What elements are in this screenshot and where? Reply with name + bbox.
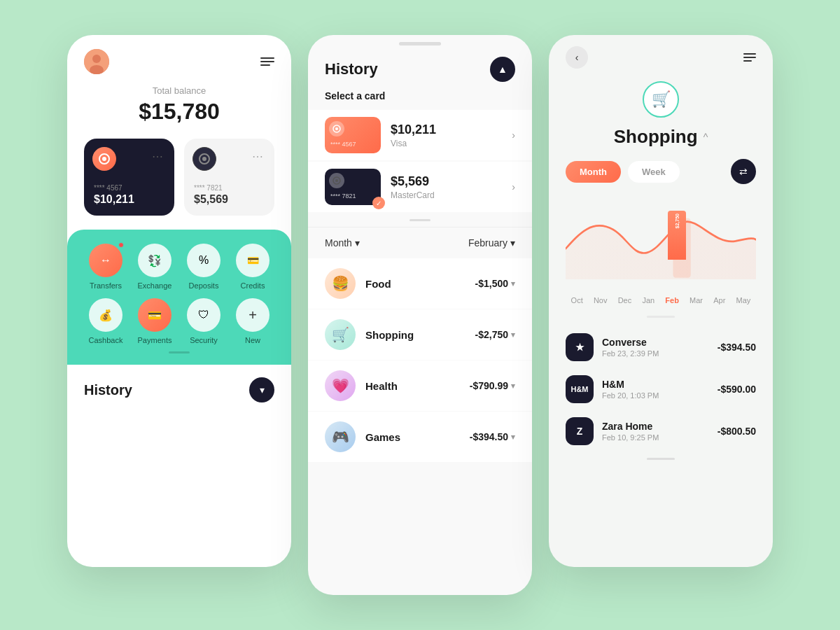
cards-row: ⋯ **** 4567 $10,211 ⋯ **** 7821 $5,569 — [67, 139, 291, 230]
transfers-label: Transfers — [90, 281, 122, 290]
shopping-label: Shopping — [365, 329, 465, 341]
card-1-amount: $10,211 — [94, 193, 164, 206]
new-icon: + — [236, 298, 270, 332]
tab-month[interactable]: Month — [566, 161, 621, 183]
exchange-button[interactable]: ⇄ — [731, 159, 756, 184]
action-new[interactable]: + New — [231, 298, 274, 344]
food-icon: 🍔 — [325, 268, 356, 299]
svg-point-1 — [92, 55, 101, 63]
visa-amount: $10,211 — [391, 122, 502, 137]
security-icon: 🛡 — [187, 298, 220, 332]
select-card-label: Select a card — [308, 90, 532, 110]
visa-card-icon — [329, 121, 344, 136]
tab-row: Month Week ⇄ — [549, 159, 773, 195]
history-collapse-button[interactable]: ▲ — [490, 57, 515, 82]
month-filter-button[interactable]: Month ▾ — [325, 237, 360, 248]
transaction-hm[interactable]: H&M H&M Feb 20, 1:03 PM -$590.00 — [549, 368, 773, 410]
mastercard-amount: $5,569 — [391, 174, 502, 189]
phone3-header: ‹ — [549, 35, 773, 74]
card-1-icon — [92, 147, 116, 171]
food-label: Food — [365, 278, 465, 290]
actions-grid-row1: ↔ Transfers 💱 Exchange % Deposits — [84, 244, 274, 290]
transaction-converse[interactable]: ★ Converse Feb 23, 2:39 PM -$394.50 — [549, 326, 773, 368]
food-amount: -$1,500 ▾ — [475, 278, 515, 289]
games-amount: -$394.50 ▾ — [470, 431, 515, 442]
phone3-menu-icon[interactable] — [743, 53, 756, 62]
visa-type: Visa — [391, 139, 502, 148]
card-option-visa[interactable]: **** 4567 $10,211 Visa › — [308, 110, 532, 160]
zara-info: Zara Home Feb 10, 9:25 PM — [602, 421, 709, 442]
card-1-dots: ⋯ — [152, 150, 164, 163]
games-icon: 🎮 — [325, 421, 356, 452]
actions-grid-row2: 💰 Cashback 💳 Payments 🛡 Security — [84, 298, 274, 344]
month-jan: Jan — [642, 296, 654, 304]
hm-amount: -$590.00 — [718, 384, 756, 395]
health-icon: 💗 — [325, 370, 356, 401]
month-filter-label: Month — [325, 237, 352, 248]
shopping-icon-wrap: 🛒 — [549, 74, 773, 123]
chart-svg — [566, 195, 756, 279]
action-exchange[interactable]: 💱 Exchange — [133, 244, 176, 290]
category-shopping[interactable]: 🛒 Shopping -$2,750 ▾ — [308, 309, 532, 360]
menu-icon[interactable] — [260, 57, 274, 66]
mastercard-mini: **** 7821 ✓ — [325, 169, 381, 205]
category-health[interactable]: 💗 Health -$790.99 ▾ — [308, 360, 532, 411]
new-label: New — [245, 336, 260, 344]
month-filter-chevron: ▾ — [355, 237, 360, 248]
avatar[interactable] — [84, 49, 109, 74]
chart-bar: $2,750 — [668, 211, 686, 260]
card-option-mastercard[interactable]: **** 7821 ✓ $5,569 MasterCard › — [308, 162, 532, 212]
history-chevron-button[interactable]: ▾ — [249, 377, 274, 402]
security-label: Security — [190, 336, 218, 344]
phone-shopping: ‹ 🛒 Shopping ^ Month Week ⇄ — [549, 35, 773, 567]
svg-point-6 — [202, 157, 206, 161]
payments-icon: 💳 — [138, 298, 172, 332]
month-feb: Feb — [665, 296, 679, 304]
action-cashback[interactable]: 💰 Cashback — [84, 298, 127, 344]
action-security[interactable]: 🛡 Security — [182, 298, 225, 344]
back-button[interactable]: ‹ — [566, 46, 588, 69]
category-food[interactable]: 🍔 Food -$1,500 ▾ — [308, 258, 532, 309]
hm-name: H&M — [602, 379, 709, 390]
months-row: Oct Nov Dec Jan Feb Mar Apr May — [549, 293, 773, 313]
shopping-amount: -$2,750 ▾ — [475, 329, 515, 340]
shopping-page-title: Shopping — [614, 126, 698, 148]
phone3-divider — [647, 316, 675, 318]
total-balance-amount: $15,780 — [67, 99, 291, 125]
category-games[interactable]: 🎮 Games -$394.50 ▾ — [308, 412, 532, 462]
deposits-icon: % — [187, 244, 220, 277]
month-oct: Oct — [571, 296, 583, 304]
hm-date: Feb 20, 1:03 PM — [602, 391, 709, 400]
card-2-dots: ⋯ — [252, 150, 265, 163]
cashback-label: Cashback — [89, 336, 123, 344]
visa-card-info: $10,211 Visa — [391, 122, 502, 148]
payments-label: Payments — [138, 336, 172, 344]
shopping-icon: 🛒 — [325, 319, 356, 350]
screens-container: Total balance $15,780 ⋯ **** 4567 $10,21… — [67, 35, 773, 595]
month-mar: Mar — [690, 296, 703, 304]
selected-badge: ✓ — [372, 197, 385, 209]
mastercard-type: MasterCard — [391, 190, 502, 200]
phone-dashboard: Total balance $15,780 ⋯ **** 4567 $10,21… — [67, 35, 291, 567]
tab-week[interactable]: Week — [628, 161, 680, 183]
action-transfers[interactable]: ↔ Transfers — [84, 244, 127, 290]
action-credits[interactable]: 💳 Credits — [231, 244, 274, 290]
visa-card-num: **** 4567 — [330, 141, 375, 148]
transaction-zara[interactable]: Z Zara Home Feb 10, 9:25 PM -$800.50 — [549, 410, 773, 452]
exchange-icon: 💱 — [138, 244, 172, 277]
period-filter-button[interactable]: February ▾ — [468, 237, 515, 248]
mastercard-info: $5,569 MasterCard — [391, 174, 502, 200]
history-bar: History ▾ — [67, 365, 291, 415]
converse-date: Feb 23, 2:39 PM — [602, 349, 709, 358]
shopping-circle-icon: 🛒 — [643, 81, 679, 118]
games-label: Games — [365, 431, 460, 443]
action-deposits[interactable]: % Deposits — [182, 244, 225, 290]
card-2[interactable]: ⋯ **** 7821 $5,569 — [184, 139, 274, 216]
shopping-label-row: Shopping ^ — [549, 123, 773, 159]
chart-area: $2,750 — [549, 195, 773, 293]
month-may: May — [736, 296, 751, 304]
converse-name: Converse — [602, 337, 709, 348]
card-1[interactable]: ⋯ **** 4567 $10,211 — [84, 139, 174, 216]
action-payments[interactable]: 💳 Payments — [133, 298, 176, 344]
history-page-title: History — [325, 60, 378, 78]
